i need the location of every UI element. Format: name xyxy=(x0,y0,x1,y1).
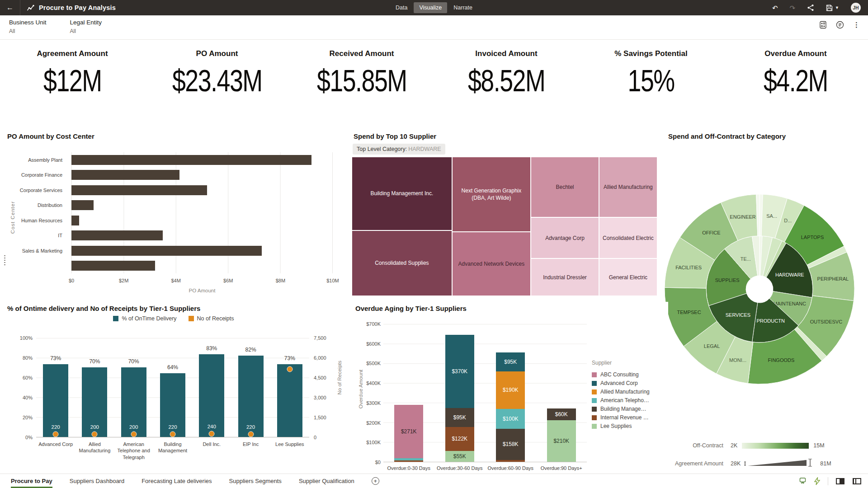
segment-abc-consulting[interactable]: $271K xyxy=(394,405,423,458)
canvas-tab-procure-to-pay[interactable]: Procure to Pay xyxy=(11,474,52,488)
size-ramp-scale[interactable] xyxy=(744,459,816,469)
kpi-po-amount[interactable]: PO Amount$23.43M xyxy=(145,40,289,114)
stacked-bar[interactable]: $55K$122K$95K$370K xyxy=(445,335,474,462)
kpi-overdue-amount[interactable]: Overdue Amount$4.2M xyxy=(723,40,868,114)
scroll-indicator[interactable] xyxy=(4,254,5,265)
legend-item-internal-revenue[interactable]: Internal Revenue … xyxy=(592,413,650,422)
panel-layout-toggle-left[interactable] xyxy=(835,478,845,485)
category-label: Allied Manufacturing xyxy=(75,441,114,460)
segment-lee-supplies[interactable]: $55K xyxy=(445,451,474,462)
undo-icon[interactable]: ↶ xyxy=(772,5,778,11)
treemap-tile-advantage-corp[interactable]: Advantage Corp xyxy=(531,217,599,258)
redo-icon[interactable]: ↷ xyxy=(790,5,796,11)
topbar-tab-narrate[interactable]: Narrate xyxy=(448,2,478,13)
canvas-tab-suppliers-segments[interactable]: Suppliers Segments xyxy=(229,474,282,488)
receipts-point-advanced-corp[interactable] xyxy=(53,431,59,437)
segment-internal-revenue[interactable]: $122K xyxy=(445,427,474,451)
receipts-point-eip-inc[interactable] xyxy=(248,431,254,437)
treemap-tile-building-management-inc[interactable]: Building Management Inc. xyxy=(352,157,452,230)
page-title: Procure to Pay Analysis xyxy=(39,4,116,11)
kpi-agreement-amount[interactable]: Agreement Amount$12M xyxy=(0,40,145,114)
canvas-tab-forecasting-late-deliveries[interactable]: Forecasting Late deliveries xyxy=(142,474,212,488)
segment-building-manage[interactable]: $158K xyxy=(496,429,525,460)
treemap-tile-industrial-dressler[interactable]: Industrial Dressler xyxy=(531,258,599,296)
segment-advanced-corp[interactable]: $370K xyxy=(445,335,474,408)
segment-internal-revenue[interactable] xyxy=(394,460,423,462)
segment-american-telepho[interactable]: $100K xyxy=(496,409,525,429)
stacked-bar[interactable]: $158K$100K$190K$95K xyxy=(496,352,525,462)
save-button[interactable]: ▼ xyxy=(826,5,839,11)
bar-corporate-finance[interactable] xyxy=(71,170,179,180)
receipts-point-building-management[interactable] xyxy=(170,431,175,437)
stacked-bar[interactable]: $271K xyxy=(394,405,423,462)
touch-paint-icon[interactable] xyxy=(799,477,807,485)
sunburst-chart[interactable]: HARDWAREMAINTENANCPRODUCTNSERVICESSUPPLI… xyxy=(664,156,866,395)
share-icon[interactable] xyxy=(807,4,814,11)
treemap-tile-bechtel[interactable]: Bechtel xyxy=(531,157,599,217)
legend-item-american-telepho[interactable]: American Telepho… xyxy=(592,396,650,404)
canvas-tab-suppliers-dashboard[interactable]: Suppliers Dashboard xyxy=(70,474,124,488)
bar-corporate-services[interactable] xyxy=(71,185,207,195)
category-label: Sales & Marketing xyxy=(4,243,67,258)
canvas-tab-supplier-qualification[interactable]: Supplier Qualification xyxy=(299,474,354,488)
x-axis-ticks: $0$2M$4M$6M$8M$10M xyxy=(71,278,333,284)
annotations-icon[interactable] xyxy=(836,21,844,29)
treemap-tile-advanced-network-devices[interactable]: Advanced Network Devices xyxy=(452,232,531,296)
legend-item-building-manage[interactable]: Building Manage… xyxy=(592,405,650,413)
treemap-tile-next-generation-graphix-dba-art-wilde[interactable]: Next Generation Graphix (DBA, Art Wilde) xyxy=(452,157,531,232)
panel-layout-toggle-right[interactable] xyxy=(852,478,862,485)
segment-allied-manufacturing[interactable]: $190K xyxy=(496,371,525,409)
stacked-bar[interactable]: $210K$60K xyxy=(547,408,576,462)
topbar-tab-data[interactable]: Data xyxy=(390,2,413,13)
bar-it[interactable] xyxy=(71,230,163,240)
add-canvas-button[interactable]: + xyxy=(372,477,379,485)
category-label: Building Management xyxy=(153,441,192,460)
filter-legal-entity[interactable]: Legal Entity All xyxy=(70,19,102,39)
segment-building-manage[interactable]: $95K xyxy=(445,408,474,427)
user-avatar[interactable]: JH xyxy=(851,3,861,13)
treemap-tile-consolidated-electric[interactable]: Consolidated Electric xyxy=(599,217,657,258)
receipts-point-american-telephone-and-telegraph[interactable] xyxy=(131,432,137,437)
receipts-point-lee-supplies[interactable] xyxy=(287,366,292,372)
receipts-point-allied-manufacturing[interactable] xyxy=(92,432,98,437)
bar-sales-marketing[interactable] xyxy=(71,246,262,256)
legend-item-lee-supplies[interactable]: Lee Supplies xyxy=(592,422,650,430)
kpi-savings-potential[interactable]: % Savings Potential15% xyxy=(579,40,723,114)
legend-label: No of Receipts xyxy=(197,315,234,322)
bar-item[interactable] xyxy=(71,261,155,271)
segment-advanced-corp[interactable]: $95K xyxy=(496,352,525,371)
filter-business-unit[interactable]: Business Unit All xyxy=(9,19,47,39)
bar-distribution[interactable] xyxy=(71,200,94,210)
treemap-tile-consolidated-supplies[interactable]: Consolidated Supplies xyxy=(352,230,452,296)
procure-to-pay-dashboard: ← Procure to Pay Analysis DataVisualizeN… xyxy=(0,0,868,488)
segment-building-manage[interactable]: $60K xyxy=(547,408,576,420)
y-axis-labels: Assembly PlantCorporate FinanceCorporate… xyxy=(4,152,67,273)
color-gradient-scale[interactable] xyxy=(742,443,809,449)
bar-assembly-plant[interactable] xyxy=(71,155,311,165)
topbar-tab-visualize[interactable]: Visualize xyxy=(414,2,447,13)
category-filter-chip[interactable]: Top Level Category:HARDWARE xyxy=(353,144,445,155)
back-button[interactable]: ← xyxy=(0,0,20,15)
legend-item-no-of-receipts[interactable]: No of Receipts xyxy=(189,315,234,322)
legend-item-allied-manufacturing[interactable]: Allied Manufacturing xyxy=(592,388,650,396)
legend-item-of-ontime-delivery[interactable]: % of OnTime Delivery xyxy=(113,315,176,322)
segment-internal-revenue[interactable] xyxy=(496,460,525,462)
kpi-invoiced-amount[interactable]: Invoiced Amount$8.52M xyxy=(434,40,579,114)
segment-lee-supplies[interactable]: $210K xyxy=(547,420,576,462)
legend-swatch xyxy=(592,372,597,377)
treemap-tile-general-electric[interactable]: General Electric xyxy=(599,258,657,296)
auto-insights-icon[interactable] xyxy=(814,477,821,485)
ontime-bar-lee-supplies[interactable] xyxy=(277,364,302,437)
y-axis-tick: $300K xyxy=(360,400,381,406)
bar-human-resources[interactable] xyxy=(71,216,79,225)
filter-controls-icon[interactable] xyxy=(819,21,827,29)
kebab-menu-icon[interactable]: ⋮ xyxy=(853,21,860,29)
receipts-point-dell-inc[interactable] xyxy=(209,431,215,436)
legend-item-abc-consulting[interactable]: ABC Consulting xyxy=(592,371,650,379)
combo-column-allied-manufacturing: 70%200 xyxy=(75,338,114,437)
treemap-tile-allied-manufacturing[interactable]: Allied Manufacturing xyxy=(599,157,657,217)
kpi-received-amount[interactable]: Received Amount$15.85M xyxy=(289,40,434,114)
legend-item-advanced-corp[interactable]: Advanced Corp xyxy=(592,379,650,387)
y-axis-tick: $700K xyxy=(360,321,381,327)
segment-american-telepho[interactable] xyxy=(394,458,423,460)
